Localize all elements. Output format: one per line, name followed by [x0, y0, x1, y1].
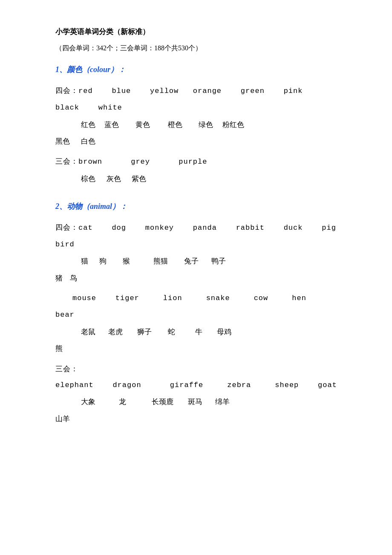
animal-sihui-block2: mouse tiger lion snake cow hen bear 老鼠 老… [55, 290, 349, 357]
page-title: 小学英语单词分类（新标准） [55, 26, 349, 39]
section-animal: 2、动物（animal）： 四会：cat dog monkey panda ra… [55, 199, 349, 427]
animal-sanhui-words1: elephant dragon giraffe zebra sheep goat [55, 381, 337, 389]
subtitle: （四会单词：342个；三会单词：188个共530个） [55, 42, 349, 55]
animal-sihui-words1: cat dog monkey panda rabbit duck pig [78, 224, 336, 232]
animal-sanhui-chinese1: 大象 龙 长颈鹿 斑马 绵羊 [55, 394, 349, 410]
animal-sihui-line1: 四会：cat dog monkey panda rabbit duck pig [55, 220, 349, 236]
colour-sihui-line1: 四会：red blue yellow orange green pink [55, 83, 349, 99]
animal-sihui-words3: mouse tiger lion snake cow hen [72, 294, 306, 302]
colour-sihui-words1: red blue yellow orange green pink [78, 87, 303, 95]
animal-sihui-block1: 四会：cat dog monkey panda rabbit duck pig … [55, 220, 349, 286]
animal-sanhui-label: 三会： [55, 365, 78, 373]
animal-sanhui-block: 三会：elephant dragon giraffe zebra sheep g… [55, 361, 349, 427]
colour-sanhui-line1: 三会：brown grey purple [55, 153, 349, 170]
colour-sanhui-block: 三会：brown grey purple 棕色 灰色 紫色 [55, 153, 349, 187]
animal-sihui-chinese3: 老鼠 老虎 狮子 蛇 牛 母鸡 [55, 324, 349, 340]
section-heading-animal: 2、动物（animal）： [55, 199, 349, 213]
colour-sihui-block: 四会：red blue yellow orange green pink bla… [55, 83, 349, 150]
colour-sihui-label: 四会： [55, 87, 78, 95]
section-heading-colour: 1、颜色（colour）： [55, 63, 349, 76]
colour-sanhui-label: 三会： [55, 157, 78, 165]
colour-sihui-chinese2: 黑色 白色 [55, 133, 349, 149]
animal-sihui-chinese1: 猫 狗 猴 熊猫 兔子 鸭子 [55, 253, 349, 269]
animal-sihui-line4: bear [55, 307, 349, 323]
animal-sihui-words2: bird [55, 240, 75, 249]
colour-sihui-words2: black white [55, 104, 122, 112]
animal-sihui-words4: bear [55, 311, 75, 319]
animal-sanhui-chinese2: 山羊 [55, 411, 349, 427]
animal-sihui-label: 四会： [55, 223, 78, 231]
animal-sihui-line3: mouse tiger lion snake cow hen [55, 290, 349, 306]
section-colour: 1、颜色（colour）： 四会：red blue yellow orange … [55, 63, 349, 187]
colour-sihui-chinese1: 红色 蓝色 黄色 橙色 绿色 粉红色 [55, 117, 349, 133]
animal-sihui-chinese2: 猪 鸟 [55, 270, 349, 286]
colour-sanhui-chinese1: 棕色 灰色 紫色 [55, 171, 349, 187]
animal-sanhui-line1: 三会：elephant dragon giraffe zebra sheep g… [55, 361, 349, 393]
colour-sihui-line2: black white [55, 100, 349, 116]
animal-sihui-line2: bird [55, 237, 349, 252]
colour-sanhui-words1: brown grey purple [78, 158, 207, 166]
animal-sihui-chinese4: 熊 [55, 341, 349, 356]
page-container: 小学英语单词分类（新标准） （四会单词：342个；三会单词：188个共530个）… [55, 26, 349, 427]
